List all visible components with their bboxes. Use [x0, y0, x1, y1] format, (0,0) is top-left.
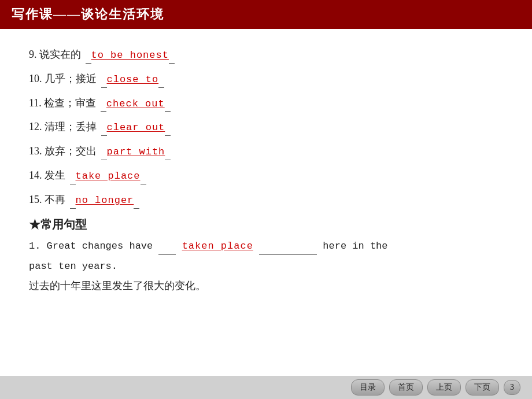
- section-header: ★常用句型: [29, 217, 503, 232]
- nav-btn-prev[interactable]: 上页: [427, 379, 461, 396]
- item-answer: take place: [76, 168, 141, 184]
- list-item: 11. 检查；审查 check out: [29, 95, 503, 112]
- list-item: 15. 不再 no longer: [29, 191, 503, 209]
- underline-prefix: [101, 95, 106, 112]
- underline-suffix: [134, 191, 139, 209]
- sentence-answer: taken place: [182, 241, 253, 252]
- item-chinese: 不再: [45, 191, 65, 208]
- sentence-prefix: 1. Great changes have: [29, 241, 153, 252]
- list-item: 12. 清理；丢掉 clear out: [29, 119, 503, 136]
- item-answer: clear out: [107, 120, 165, 135]
- underline-prefix: [70, 191, 76, 209]
- page-header: 写作课——谈论生活环境: [0, 0, 532, 29]
- underline-prefix: [70, 167, 76, 184]
- underline-prefix: [101, 119, 107, 136]
- item-number: 12.: [29, 119, 42, 135]
- item-number: 10.: [29, 71, 42, 87]
- item-chinese: 清理；丢掉: [45, 119, 97, 135]
- sentence-continuation: past ten years.: [29, 258, 503, 275]
- list-item: 10. 几乎；接近 close to: [29, 71, 503, 88]
- nav-btn-next[interactable]: 下页: [466, 379, 499, 396]
- item-answer: to be honest: [91, 47, 169, 63]
- list-item: 13. 放弃；交出 part with: [29, 143, 503, 160]
- underline-suffix: [169, 46, 175, 64]
- main-content: 9. 说实在的 to be honest 10. 几乎；接近 close to …: [0, 29, 532, 376]
- item-chinese: 检查；审查: [44, 95, 96, 112]
- underline-suffix: [165, 119, 171, 136]
- sentence-suffix: here in the: [323, 241, 387, 252]
- header-title: 写作课——谈论生活环境: [12, 6, 164, 23]
- underline-prefix: [86, 46, 91, 64]
- underline-suffix: [158, 71, 164, 88]
- footer-nav: 目录 首页 上页 下页 3: [0, 376, 532, 399]
- sentence-text: past ten years.: [29, 261, 117, 272]
- underline-left: [158, 238, 176, 256]
- item-number: 14.: [29, 167, 42, 184]
- item-number: 9.: [29, 46, 37, 63]
- item-chinese: 几乎；接近: [45, 71, 97, 87]
- item-number: 15.: [29, 191, 42, 208]
- list-item: 9. 说实在的 to be honest: [29, 46, 503, 64]
- item-answer: part with: [107, 144, 165, 160]
- sentence-item: 1. Great changes have taken place here i…: [29, 238, 503, 256]
- item-chinese: 说实在的: [39, 46, 81, 63]
- page-number: 3: [504, 380, 520, 395]
- underline-prefix: [101, 71, 107, 88]
- underline-right: [259, 238, 317, 256]
- item-answer: check out: [106, 96, 165, 112]
- underline-suffix: [141, 167, 146, 184]
- underline-prefix: [101, 143, 107, 160]
- nav-btn-home[interactable]: 首页: [389, 379, 423, 396]
- nav-btn-catalog[interactable]: 目录: [351, 379, 385, 396]
- list-item: 14. 发生 take place: [29, 167, 503, 184]
- item-number: 13.: [29, 143, 42, 160]
- item-chinese: 放弃；交出: [45, 143, 97, 160]
- item-chinese: 发生: [45, 167, 65, 184]
- item-number: 11.: [29, 95, 42, 112]
- sentence-translation: 过去的十年里这里发生了很大的变化。: [29, 279, 503, 293]
- item-answer: no longer: [76, 193, 134, 208]
- underline-suffix: [165, 143, 171, 160]
- underline-suffix: [165, 95, 171, 112]
- item-answer: close to: [107, 72, 159, 87]
